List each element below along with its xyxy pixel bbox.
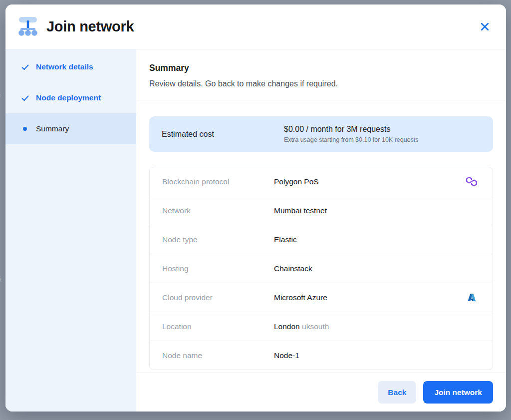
detail-value: London uksouth — [274, 322, 329, 331]
table-row: Node type Elastic — [150, 225, 493, 254]
page-subtitle: Review details. Go back to make changes … — [149, 79, 492, 88]
sidebar-step-label: Summary — [36, 124, 69, 133]
summary-scroll-area: Estimated cost $0.00 / month for 3M requ… — [136, 100, 506, 373]
page-title: Summary — [149, 63, 492, 73]
detail-label: Node type — [162, 235, 274, 244]
table-row: Location London uksouth — [150, 312, 493, 341]
summary-details-table: Blockchain protocol Polygon PoS Network … — [149, 167, 493, 370]
table-row: Cloud provider Microsoft Azure — [150, 283, 493, 312]
detail-value: Mumbai testnet — [274, 206, 327, 215]
polygon-icon — [466, 176, 478, 188]
check-icon — [21, 63, 29, 71]
table-row: Hosting Chainstack — [150, 254, 493, 283]
detail-value: Node-1 — [274, 351, 299, 360]
estimated-cost-box: Estimated cost $0.00 / month for 3M requ… — [149, 116, 493, 152]
detail-label: Network — [162, 206, 274, 215]
modal-title: Join network — [46, 18, 134, 35]
bullet-icon — [23, 127, 27, 131]
estimated-cost-label: Estimated cost — [162, 130, 284, 139]
detail-value: Elastic — [274, 235, 297, 244]
detail-value: Polygon PoS — [274, 177, 319, 186]
azure-icon — [468, 293, 476, 302]
estimated-cost-value: $0.00 / month for 3M requests — [284, 125, 419, 134]
polygon-icon — [466, 177, 477, 186]
detail-label: Location — [162, 322, 274, 331]
detail-label: Hosting — [162, 264, 274, 273]
table-row: Node name Node-1 — [150, 341, 493, 370]
back-button[interactable]: Back — [378, 381, 416, 404]
close-icon[interactable] — [476, 18, 493, 35]
sidebar-step-label: Network details — [36, 62, 93, 71]
detail-value: Microsoft Azure — [274, 293, 327, 302]
content-header: Summary Review details. Go back to make … — [136, 49, 506, 100]
sidebar-step-label: Node deployment — [36, 93, 101, 102]
sidebar-step-summary[interactable]: Summary — [5, 113, 136, 144]
backdrop-ghost-text: ○ — [0, 91, 1, 99]
modal-header: Join network — [5, 4, 506, 49]
backdrop-ghost-text: a — [0, 275, 1, 283]
summary-content: Summary Review details. Go back to make … — [136, 49, 506, 412]
estimated-cost-values: $0.00 / month for 3M requests Extra usag… — [284, 125, 419, 143]
join-network-modal: Join network Network details Node deploy… — [5, 4, 506, 412]
modal-footer: Back Join network — [136, 373, 506, 412]
wizard-steps-sidebar: Network details Node deployment Summary — [5, 49, 136, 412]
sidebar-step-node-deployment[interactable]: Node deployment — [5, 82, 136, 113]
join-network-button[interactable]: Join network — [423, 381, 493, 404]
sidebar-step-network-details[interactable]: Network details — [5, 51, 136, 82]
network-tree-icon — [16, 15, 40, 39]
detail-label: Node name — [162, 351, 274, 360]
table-row: Blockchain protocol Polygon PoS — [150, 167, 493, 196]
detail-label: Blockchain protocol — [162, 177, 274, 186]
check-icon — [21, 94, 29, 102]
detail-label: Cloud provider — [162, 293, 274, 302]
detail-value-secondary: uksouth — [300, 322, 329, 331]
detail-value: Chainstack — [274, 264, 312, 273]
table-row: Network Mumbai testnet — [150, 196, 493, 225]
estimated-cost-note: Extra usage starting from $0.10 for 10K … — [284, 136, 419, 143]
azure-icon — [466, 292, 478, 304]
